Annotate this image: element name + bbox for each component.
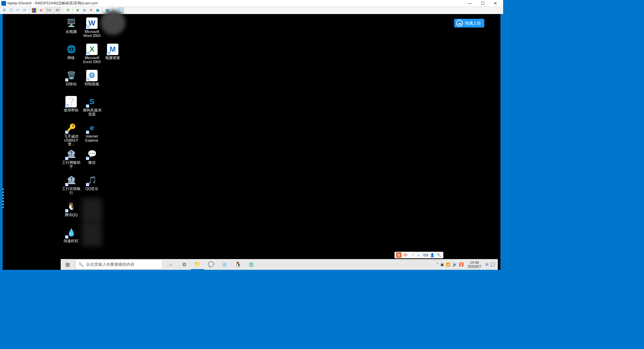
tray-battery-icon[interactable]: ▣ <box>440 262 444 267</box>
desktop-icon-label: 微信 <box>88 161 96 165</box>
desktop-icon-network[interactable]: 🌐网络 <box>61 42 82 68</box>
close-session-icon[interactable]: ✕ <box>88 7 94 13</box>
close-button[interactable]: ✕ <box>489 0 502 7</box>
desktop-icon-control-panel[interactable]: ⚙↗控制面板 <box>82 68 102 95</box>
cortana-icon[interactable]: ○ <box>164 259 177 270</box>
notification-icon[interactable]: 💬 <box>490 262 495 267</box>
left-edge-indicator <box>3 189 4 209</box>
desktop-icon-label: 控制面板 <box>85 82 99 86</box>
ime-comma-icon[interactable]: •, <box>416 252 422 258</box>
desktop-icon-qqmusic[interactable]: 🎵↗QQ音乐 <box>82 173 102 199</box>
remote-desktop-viewport[interactable]: ☁ 拖拽上传 🖥️此电脑🌐网络🗑️↗回收站❔↗使用帮助🔑↗飞天诚信USBKEY管… <box>3 14 500 270</box>
desktop-icon-usbkey[interactable]: 🔑↗飞天诚信USBKEY管... <box>61 121 82 147</box>
info-icon[interactable]: ⓘ <box>8 7 14 13</box>
shortcut-overlay-icon: ↗ <box>86 183 89 186</box>
shortcut-overlay-icon: ↗ <box>86 52 89 55</box>
taskbar-search[interactable]: 🔍 在这里输入你要搜索的内容 <box>75 260 163 269</box>
upload-label: 拖拽上传 <box>465 20 481 26</box>
control-panel-icon: ⚙↗ <box>86 70 98 81</box>
qqmusic-icon: 🎵↗ <box>86 174 98 186</box>
task-view-icon[interactable]: ⧉ <box>177 259 191 270</box>
desktop-icon-ie[interactable]: e↗Internet Explorer <box>82 121 102 147</box>
desktop-icon-label: 网络 <box>67 56 75 60</box>
desktop-icon-label: Microsoft Word 2003 <box>82 30 102 38</box>
ime-status-bar[interactable]: S 中 ☽ •, ⌨ 👤 🔧 <box>394 252 443 258</box>
aliwangwang-icon: 💧↗ <box>65 227 77 238</box>
task-icon[interactable]: ▥ <box>245 259 258 270</box>
ime-sogou-icon[interactable]: S <box>396 252 401 258</box>
desktop-icon-label: Microsoft Excel 2003 <box>82 56 102 64</box>
shortcut-overlay-icon: ↗ <box>86 131 89 134</box>
desktop-icon-label: QQ音乐 <box>86 187 98 191</box>
computer-icon: 🖥️ <box>65 17 77 29</box>
tray-expand-icon[interactable]: ˄ <box>436 262 438 267</box>
tray-volume-icon[interactable]: 🔊 <box>452 262 457 267</box>
desktop-icon-label: Internet Explorer <box>82 135 102 142</box>
system-tray: ˄ ▣ 📶 🔊 S 14:46 2020/6/7 M 💬 <box>434 260 498 268</box>
alt-key-button[interactable]: Alt <box>54 7 61 13</box>
browser-task[interactable]: ◎ <box>218 259 231 270</box>
windows-key-icon[interactable]: ⊞ <box>38 7 44 13</box>
zoom-in-icon[interactable]: ⊕ <box>74 7 80 13</box>
drag-upload-button[interactable]: ☁ 拖拽上传 <box>454 19 484 28</box>
shortcut-overlay-icon: ↗ <box>65 104 68 108</box>
window-titlebar: laptop-63vutctr - RA82F5Z446|流畅画质|官网sLse… <box>0 0 503 7</box>
desktop-icon-computer[interactable]: 🖥️此电脑 <box>61 16 82 42</box>
maximize-button[interactable]: ☐ <box>476 0 489 7</box>
zoom-out-icon[interactable]: ⊖ <box>81 7 87 13</box>
ime-tool-icon[interactable]: 🔧 <box>436 252 442 258</box>
clipboard-icon[interactable]: ⇅ <box>65 7 71 13</box>
desktop-icon-label: 此电脑 <box>66 30 77 34</box>
ie-icon: e↗ <box>86 122 98 134</box>
tray-wifi-icon[interactable]: 📶 <box>446 262 450 267</box>
ime-person-icon[interactable]: 👤 <box>430 252 435 258</box>
desktop-icon-aliwangwang[interactable]: 💧↗阿里旺旺 <box>61 226 82 252</box>
window-title: laptop-63vutctr - RA82F5Z446|流畅画质|官网sLse… <box>7 1 98 6</box>
fit-window-icon[interactable]: ▣ <box>95 7 101 13</box>
ime-zhong-label[interactable]: 中 <box>403 252 408 258</box>
desktop-icon-wechat[interactable]: 💬↗微信 <box>82 147 102 173</box>
qq-task[interactable]: 🐧 <box>231 259 245 270</box>
tray-ime-icon[interactable]: S <box>459 262 464 266</box>
cloud-upload-icon: ☁ <box>456 20 463 27</box>
qq-icon: 🐧↗ <box>65 201 77 212</box>
desktop-icon-sogou-browser[interactable]: S↗搜狗高速浏览器 <box>82 95 102 121</box>
ime-moon-icon[interactable]: ☽ <box>410 252 415 258</box>
refresh-icon[interactable]: ⟳ <box>21 7 28 13</box>
remote-taskbar: ⊞ 🔍 在这里输入你要搜索的内容 ○ ⧉ 📁 💬 ◎ 🐧 ▥ ˄ ▣ 📶 🔊 S… <box>61 259 498 270</box>
desktop-icon-icbc-assistant[interactable]: 🏦↗工行网银助手 <box>61 147 82 173</box>
ctrl-key-button[interactable]: Ctrl <box>45 7 53 13</box>
desktop-icon-label: 工行网银助手 <box>61 161 82 168</box>
taskbar-clock[interactable]: 14:46 2020/6/7 <box>466 260 483 268</box>
back-icon[interactable]: ↶ <box>15 7 21 13</box>
desktop-icon-icbc-online[interactable]: 🏦↗工行在线银行 <box>61 173 82 199</box>
wechat-icon: 💬↗ <box>86 148 98 160</box>
tray-pc-manager-icon[interactable]: M <box>485 262 488 266</box>
desktop-icon-qq[interactable]: 🐧↗腾讯QQ <box>61 199 82 226</box>
desktop-icon-label: 回收站 <box>66 82 77 86</box>
shortcut-overlay-icon: ↗ <box>65 78 68 82</box>
desktop-icon-word[interactable]: W↗Microsoft Word 2003 <box>82 16 102 42</box>
desktop-icon-help[interactable]: ❔↗使用帮助 <box>61 95 82 121</box>
clock-date: 2020/6/7 <box>468 264 481 268</box>
start-button[interactable]: ⊞ <box>61 259 74 270</box>
app-icon <box>1 1 6 6</box>
shortcut-overlay-icon: ↗ <box>65 131 68 134</box>
settings-icon[interactable]: ⚙ <box>1 7 7 13</box>
usbkey-icon: 🔑↗ <box>65 122 77 134</box>
color-mode-icon[interactable] <box>32 8 37 13</box>
desktop-icon-pc-manager[interactable]: M↗电脑管家 <box>102 42 123 68</box>
file-explorer-task[interactable]: 📁 <box>191 259 204 270</box>
desktop-icon-label: 腾讯QQ <box>65 213 77 217</box>
minimize-button[interactable]: — <box>464 0 476 7</box>
ime-keyboard-icon[interactable]: ⌨ <box>423 252 428 258</box>
search-icon: 🔍 <box>78 262 84 267</box>
desktop-icons-grid: 🖥️此电脑🌐网络🗑️↗回收站❔↗使用帮助🔑↗飞天诚信USBKEY管...🏦↗工行… <box>61 16 123 252</box>
wechat-task[interactable]: 💬 <box>204 259 218 270</box>
shortcut-overlay-icon: ↗ <box>65 183 68 186</box>
desktop-icon-label: 搜狗高速浏览器 <box>82 108 102 116</box>
desktop-icon-label: 阿里旺旺 <box>64 239 78 243</box>
desktop-icon-excel[interactable]: X↗Microsoft Excel 2003 <box>82 42 102 68</box>
network-icon: 🌐 <box>65 44 77 55</box>
desktop-icon-recycle-bin[interactable]: 🗑️↗回收站 <box>61 68 82 95</box>
